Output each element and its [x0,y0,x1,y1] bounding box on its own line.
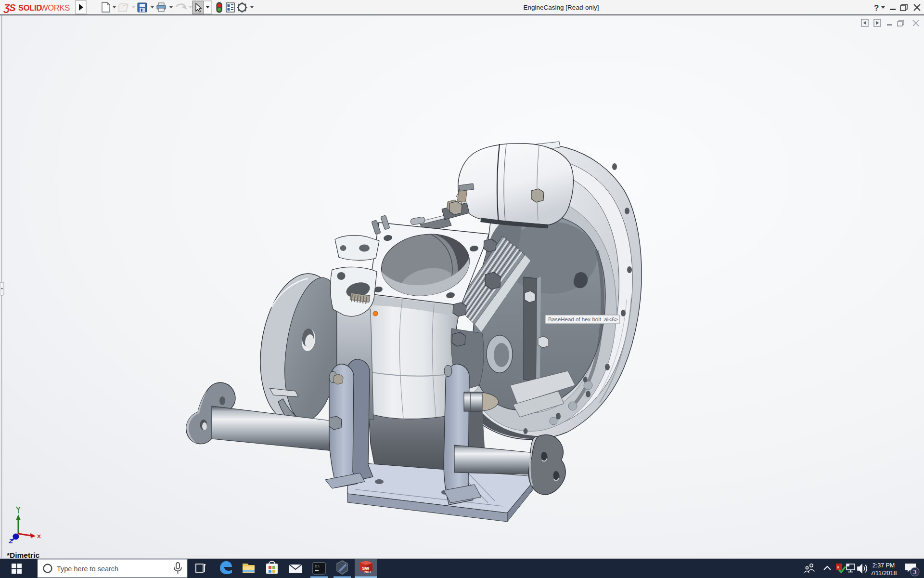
svg-text:Type here to search: Type here to search [57,565,118,573]
svg-text:EngineCasing [Read-only]: EngineCasing [Read-only] [524,4,599,11]
svg-text:C:\: C:\ [315,564,320,568]
svg-text:2:37 PM: 2:37 PM [873,562,895,569]
svg-text:?: ? [874,3,879,13]
svg-text:WORKS: WORKS [40,3,70,12]
svg-text:ƷS: ƷS [3,2,16,13]
svg-text:2017: 2017 [364,570,372,574]
svg-text:s: s [837,565,839,569]
svg-text:7/11/2018: 7/11/2018 [871,570,897,577]
svg-text:*Dimetric: *Dimetric [7,551,39,559]
svg-text:SOLID: SOLID [18,3,42,12]
svg-text:3: 3 [913,569,917,576]
svg-text:BaseHead of hex bolt_ai<6>: BaseHead of hex bolt_ai<6> [548,316,618,322]
